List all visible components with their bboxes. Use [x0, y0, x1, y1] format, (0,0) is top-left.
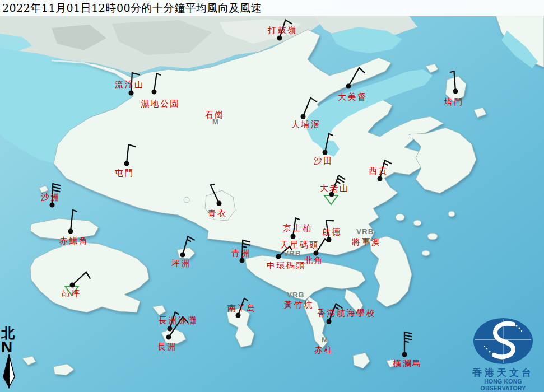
hko-logo-icon [472, 317, 534, 365]
hong-kong-base-map [0, 0, 544, 392]
hko-logo: 香港天文台 HONG KONG OBSERVATORY [464, 317, 542, 391]
north-compass: 北 N [1, 326, 20, 391]
hko-name-english: HONG KONG OBSERVATORY [464, 378, 542, 391]
hko-name-chinese: 香港天文台 [464, 367, 542, 378]
map-title: 2022年11月01日12時00分的十分鐘平均風向及風速 [0, 0, 544, 16]
north-arrow-icon [1, 354, 18, 389]
north-label-letter: N [1, 340, 20, 354]
wind-map-page: 打鼓嶺流浮山濕地公園石崗M大美督塔門大埔滘沙田屯門沙洲大老山西貢青衣赤鱲角京士柏… [0, 0, 544, 392]
